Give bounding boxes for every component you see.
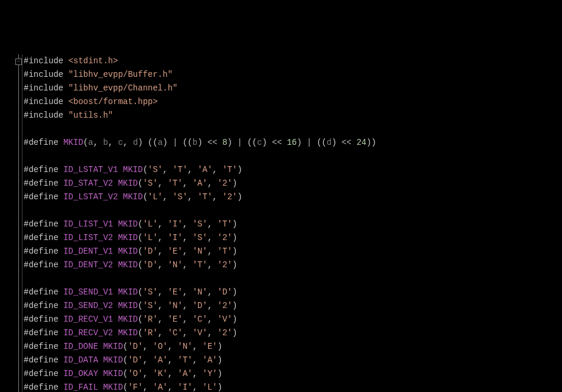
token-chr: 'S' <box>148 165 163 174</box>
token-punct: (( <box>312 138 327 147</box>
code-line[interactable]: #define MKID(a, b, c, d) ((a) | ((b) << … <box>24 136 562 150</box>
code-line[interactable]: #include "utils.h" <box>24 109 562 122</box>
token-punct: , <box>183 179 193 188</box>
token-punct: , <box>193 355 203 365</box>
code-line[interactable]: #include "libhv_evpp/Buffer.h" <box>24 68 562 82</box>
token-chr: 'T' <box>222 165 237 174</box>
token-macroname: ID_SEND_V1 <box>63 287 113 297</box>
code-line[interactable]: #define ID_OKAY MKID('O', 'K', 'A', 'Y') <box>24 367 562 381</box>
token-pp: #define <box>24 138 63 147</box>
code-line[interactable]: #define ID_RECV_V1 MKID('R', 'E', 'C', '… <box>24 313 562 326</box>
token-punct <box>118 192 123 202</box>
token-inc: "libhv_evpp/Buffer.h" <box>69 70 173 79</box>
token-punct <box>217 138 222 147</box>
code-line[interactable]: #define ID_LSTAT_V1 MKID('S', 'T', 'A', … <box>24 163 562 177</box>
token-punct: , <box>158 328 168 338</box>
token-punct: ) <box>237 192 242 202</box>
token-punct: ) (( <box>138 138 158 147</box>
code-line[interactable]: #define ID_LIST_V2 MKID('L', 'I', 'S', '… <box>24 231 562 245</box>
code-line[interactable] <box>24 150 562 163</box>
token-macroname: MKID <box>118 328 138 338</box>
token-chr: 'L' <box>143 233 158 242</box>
token-chr: 'S' <box>143 287 158 297</box>
code-line[interactable]: #define ID_STAT_V2 MKID('S', 'T', 'A', '… <box>24 177 562 190</box>
token-macroname: MKID <box>118 287 138 297</box>
token-chr: 'E' <box>168 287 183 297</box>
token-chr: 'R' <box>143 315 158 324</box>
token-chr: 'S' <box>143 301 158 310</box>
token-punct: ( <box>138 301 142 310</box>
code-line[interactable]: #define ID_LIST_V1 MKID('L', 'I', 'S', '… <box>24 218 562 231</box>
token-param: a <box>88 138 93 147</box>
token-macroname: ID_STAT_V2 <box>63 179 113 188</box>
code-editor[interactable]: − #include <stdint.h>#include "libhv_evp… <box>0 54 562 392</box>
code-line[interactable]: #include <boost/format.hpp> <box>24 95 562 109</box>
code-line[interactable]: #define ID_SEND_V1 MKID('S', 'E', 'N', '… <box>24 286 562 299</box>
token-punct <box>113 219 118 229</box>
token-macroname: ID_RECV_V1 <box>63 315 113 324</box>
token-chr: 'V' <box>217 315 232 324</box>
token-punct: ( <box>138 233 142 242</box>
token-chr: 'I' <box>168 233 183 242</box>
token-punct: , <box>158 233 168 242</box>
code-line[interactable]: #define ID_DENT_V1 MKID('D', 'E', 'N', '… <box>24 245 562 258</box>
token-chr: 'S' <box>173 192 187 202</box>
code-line[interactable]: #define ID_DENT_V2 MKID('D', 'N', 'T', '… <box>24 258 562 272</box>
token-pp: #include <box>24 111 69 120</box>
fold-toggle-icon[interactable]: − <box>15 59 22 65</box>
token-punct <box>113 328 118 338</box>
token-chr: 'N' <box>178 342 193 351</box>
token-chr: 'F' <box>128 383 142 392</box>
token-chr: '2' <box>222 192 237 202</box>
token-chr: 'I' <box>178 383 193 392</box>
code-line[interactable]: #define ID_DONE MKID('D', 'O', 'N', 'E') <box>24 340 562 354</box>
code-line[interactable]: #define ID_SEND_V2 MKID('S', 'N', 'D', '… <box>24 299 562 313</box>
fold-guide-line <box>18 54 19 392</box>
code-line[interactable]: #define ID_LSTAT_V2 MKID('L', 'S', 'T', … <box>24 190 562 204</box>
token-punct: , <box>207 287 217 297</box>
token-chr: 'D' <box>143 247 158 256</box>
token-punct: , <box>158 301 168 310</box>
code-line[interactable]: #define ID_RECV_V2 MKID('R', 'C', 'V', '… <box>24 326 562 340</box>
token-punct: , <box>207 179 217 188</box>
token-punct: , <box>168 369 178 378</box>
token-chr: 'E' <box>203 342 217 351</box>
token-chr: 'A' <box>203 355 217 365</box>
token-punct: , <box>158 219 168 229</box>
code-line[interactable] <box>24 272 562 286</box>
token-punct: ) <box>232 179 237 188</box>
token-pp: #define <box>24 247 63 256</box>
token-param: c <box>118 138 123 147</box>
code-line[interactable] <box>24 204 562 218</box>
token-macroname: ID_DATA <box>63 355 98 365</box>
token-chr: 'A' <box>197 165 212 174</box>
token-punct: ) <box>217 369 222 378</box>
token-chr: 'E' <box>168 247 183 256</box>
code-line[interactable]: #include "libhv_evpp/Channel.h" <box>24 82 562 95</box>
token-chr: 'T' <box>173 165 187 174</box>
code-line[interactable]: #include <stdint.h> <box>24 54 562 68</box>
token-pp: #include <box>24 70 69 79</box>
code-line[interactable]: #define ID_FAIL MKID('F', 'A', 'I', 'L') <box>24 381 562 392</box>
token-punct: ) <box>232 301 237 310</box>
token-pp: #include <box>24 97 69 106</box>
token-punct <box>352 138 356 147</box>
token-punct: , <box>207 233 217 242</box>
token-macroname: MKID <box>103 369 123 378</box>
token-punct: ) <box>217 355 222 365</box>
token-op: << <box>342 138 352 147</box>
token-punct: , <box>143 369 153 378</box>
token-op: | <box>237 138 242 147</box>
token-pp: #define <box>24 219 63 229</box>
token-punct: ) <box>197 138 207 147</box>
token-chr: 'A' <box>178 369 193 378</box>
token-chr: 'N' <box>168 301 183 310</box>
code-line[interactable] <box>24 122 562 136</box>
token-macroname: MKID <box>123 192 143 202</box>
token-punct: , <box>168 355 178 365</box>
code-area[interactable]: #include <stdint.h>#include "libhv_evpp/… <box>22 54 562 392</box>
code-line[interactable]: #define ID_DATA MKID('D', 'A', 'T', 'A') <box>24 354 562 367</box>
token-punct <box>113 301 118 310</box>
token-pp: #define <box>24 328 63 338</box>
token-chr: 'L' <box>143 219 158 229</box>
